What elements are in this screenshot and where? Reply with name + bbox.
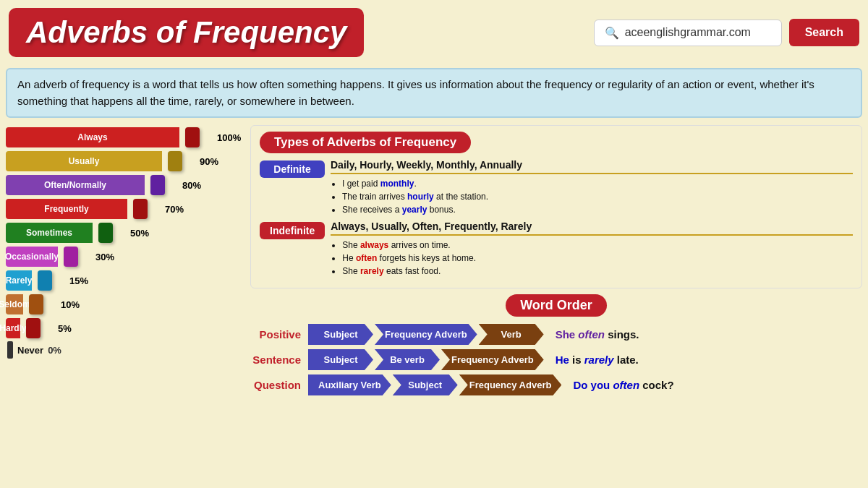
bar-percent-3: 70% — [165, 204, 191, 215]
bar-row-seldom: Seldom10% — [6, 294, 243, 315]
bar-row-frequently: Frequently70% — [6, 198, 243, 220]
bar-label-7: Seldom — [6, 294, 23, 314]
indefinite-example-1: She always arrives on time. — [342, 239, 853, 252]
definite-label: Definite — [260, 160, 325, 178]
question-example: Do you often cock? — [563, 379, 673, 391]
bar-row-always: Always100% — [6, 127, 243, 148]
website-url: aceenglishgrammar.com — [625, 26, 751, 39]
positive-example: She often sings. — [545, 328, 639, 341]
bar-row-hardly: Hardly5% — [6, 317, 243, 339]
bar-row-often-normally: Often/Normally80% — [6, 174, 243, 196]
bar-percent-8: 5% — [58, 323, 84, 334]
bar-label-5: Occasionally — [6, 247, 58, 267]
bar-percent-4: 50% — [130, 228, 156, 239]
bar-cylinder-3 — [133, 199, 148, 219]
definite-example-2: The train arrives hourly at the station. — [342, 190, 853, 203]
bar-percent-7: 10% — [61, 299, 87, 310]
subject-box-3: Subject — [393, 374, 458, 395]
freq-adverb-box-1: Frequency Adverb — [375, 324, 477, 345]
bar-chart-section: Always100%Usually90%Often/Normally80%Fre… — [6, 125, 243, 488]
types-title: Types of Adverbs of Frequency — [260, 132, 471, 153]
positive-row: Positive Subject Frequency Adverb Verb S… — [250, 324, 862, 345]
bar-percent-6: 15% — [69, 275, 95, 286]
bar-cylinder-6 — [38, 270, 52, 291]
definite-words: Daily, Hourly, Weekly, Monthly, Annually — [331, 159, 853, 174]
title-box: Adverbs of Frequency — [9, 8, 364, 57]
positive-label: Positive — [250, 328, 308, 341]
bar-row-usually: Usually90% — [6, 150, 243, 172]
never-label: Never — [17, 345, 43, 356]
question-row: Question Auxiliary Verb Subject Frequenc… — [250, 374, 862, 395]
verb-box-1: Verb — [479, 324, 544, 345]
definite-examples: I get paid monthly. The train arrives ho… — [331, 177, 853, 216]
indefinite-example-2: He often forgets his keys at home. — [342, 252, 853, 265]
freq-adverb-box-3: Frequency Adverb — [459, 374, 562, 395]
description-text: An adverb of frequency is a word that te… — [17, 78, 814, 107]
header: Adverbs of Frequency 🔍 aceenglishgrammar… — [0, 0, 868, 65]
sentence-row: Sentence Subject Be verb Frequency Adver… — [250, 349, 862, 370]
indefinite-example-3: She rarely eats fast food. — [342, 265, 853, 278]
indefinite-row: Indefinite Always, Usually, Often, Frequ… — [260, 221, 853, 278]
definite-example-1: I get paid monthly. — [342, 177, 853, 190]
definite-row: Definite Daily, Hourly, Weekly, Monthly,… — [260, 159, 853, 216]
types-box: Types of Adverbs of Frequency Definite D… — [250, 125, 862, 288]
bar-label-8: Hardly — [6, 318, 20, 338]
bar-cylinder-0 — [185, 127, 200, 147]
bar-row-occasionally: Occasionally30% — [6, 246, 243, 267]
definite-highlight-3: yearly — [402, 205, 427, 215]
freq-adverb-box-2: Frequency Adverb — [441, 349, 544, 370]
indefinite-highlight-1: always — [360, 240, 388, 250]
indefinite-highlight-2: often — [356, 253, 377, 263]
definite-example-3: She receives a yearly bonus. — [342, 203, 853, 216]
subject-box-2: Subject — [308, 349, 373, 370]
never-percent: 0% — [48, 345, 61, 356]
indefinite-content: Always, Usually, Often, Frequently, Rare… — [331, 221, 853, 278]
sentence-example: He is rarely late. — [545, 354, 639, 366]
bar-row-rarely: Rarely15% — [6, 270, 243, 291]
sentence-label: Sentence — [250, 354, 308, 366]
bar-percent-2: 80% — [182, 180, 208, 191]
bar-cylinder-7 — [29, 294, 43, 314]
definite-highlight-2: hourly — [407, 192, 434, 202]
aux-verb-box: Auxiliary Verb — [308, 374, 391, 395]
never-row: Never 0% — [6, 341, 243, 359]
search-button[interactable]: Search — [789, 19, 859, 46]
indefinite-highlight-3: rarely — [360, 266, 384, 276]
definite-highlight-1: monthly — [380, 179, 414, 189]
page-title: Adverbs of Frequency — [26, 15, 346, 50]
bar-percent-5: 30% — [95, 252, 122, 262]
bar-label-4: Sometimes — [6, 223, 93, 243]
search-icon: 🔍 — [605, 26, 619, 40]
bar-cylinder-5 — [64, 247, 78, 267]
bar-label-6: Rarely — [6, 270, 32, 291]
bar-cylinder-2 — [150, 175, 165, 195]
indefinite-label: Indefinite — [260, 222, 325, 239]
indefinite-words: Always, Usually, Often, Frequently, Rare… — [331, 221, 853, 236]
bar-label-0: Always — [6, 127, 179, 147]
search-bar-display: 🔍 aceenglishgrammar.com — [594, 20, 782, 46]
definite-content: Daily, Hourly, Weekly, Monthly, Annually… — [331, 159, 853, 216]
right-section: Types of Adverbs of Frequency Definite D… — [250, 125, 862, 488]
header-right: 🔍 aceenglishgrammar.com Search — [594, 19, 859, 46]
word-order-title: Word Order — [506, 294, 607, 317]
bar-percent-0: 100% — [217, 132, 243, 143]
bar-cylinder-1 — [168, 151, 182, 171]
bar-label-1: Usually — [6, 151, 162, 171]
word-order-section: Word Order Positive Subject Frequency Ad… — [250, 294, 862, 488]
main-content: Always100%Usually90%Often/Normally80%Fre… — [0, 121, 868, 488]
be-verb-box: Be verb — [375, 349, 440, 370]
subject-box-1: Subject — [308, 324, 373, 345]
description-box: An adverb of frequency is a word that te… — [6, 68, 862, 118]
indefinite-examples: She always arrives on time. He often for… — [331, 239, 853, 278]
bar-label-3: Frequently — [6, 199, 127, 219]
question-label: Question — [250, 379, 308, 391]
bar-cylinder-8 — [26, 318, 41, 338]
bar-row-sometimes: Sometimes50% — [6, 222, 243, 244]
bar-label-2: Often/Normally — [6, 175, 145, 195]
bar-cylinder-4 — [98, 223, 113, 243]
never-bar — [7, 341, 13, 359]
bar-percent-1: 90% — [200, 156, 226, 167]
